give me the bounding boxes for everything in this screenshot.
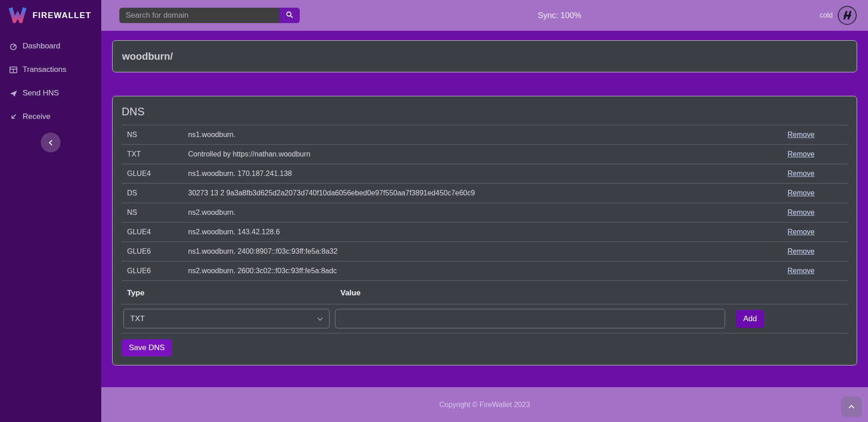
sidebar-item-send-hns[interactable]: Send HNS — [0, 81, 101, 105]
record-value: ns1.woodburn. 170.187.241.138 — [183, 164, 782, 184]
chevron-up-icon — [849, 405, 854, 411]
remove-link[interactable]: Remove — [788, 267, 815, 275]
sidebar-collapse-button[interactable] — [41, 133, 61, 152]
brand-name: FIREWALLET — [33, 11, 91, 20]
arrow-down-left-icon — [9, 113, 18, 121]
sidebar: FIREWALLET Dashboard Transactions Send H… — [0, 0, 101, 422]
record-type: GLUE4 — [122, 223, 183, 242]
topbar: Sync: 100% cold — [101, 0, 868, 31]
type-column-header: Type — [122, 281, 335, 304]
remove-link[interactable]: Remove — [788, 150, 815, 158]
table-icon — [9, 66, 18, 74]
copyright-text: Copyright © FireWallet 2023 — [439, 401, 530, 409]
footer: Copyright © FireWallet 2023 — [101, 387, 868, 422]
sidebar-item-label: Dashboard — [23, 42, 60, 51]
record-value: ns1.woodburn. 2400:8907::f03c:93ff:fe5a:… — [183, 242, 782, 261]
record-value: ns2.woodburn. — [183, 203, 782, 223]
search-input[interactable] — [119, 8, 279, 23]
record-value: ns1.woodburn. — [183, 125, 782, 145]
sidebar-item-label: Receive — [23, 112, 50, 121]
sidebar-nav: Dashboard Transactions Send HNS Receive — [0, 34, 101, 128]
domain-card: woodburn/ — [112, 40, 857, 72]
paper-plane-icon — [9, 89, 18, 98]
dns-record-row: GLUE4 ns1.woodburn. 170.187.241.138 Remo… — [122, 164, 848, 184]
firewallet-logo-icon — [8, 6, 27, 25]
remove-link[interactable]: Remove — [788, 131, 815, 138]
add-record-form: Type Value TXT — [122, 281, 848, 333]
value-column-header: Value — [335, 281, 731, 304]
remove-link[interactable]: Remove — [788, 209, 815, 216]
wallet-mode-label: cold — [820, 11, 833, 19]
record-type: GLUE6 — [122, 261, 183, 281]
sidebar-item-label: Transactions — [23, 65, 66, 74]
record-value-input[interactable] — [335, 309, 725, 328]
dns-record-row: GLUE6 ns1.woodburn. 2400:8907::f03c:93ff… — [122, 242, 848, 261]
remove-link[interactable]: Remove — [788, 189, 815, 197]
record-value: 30273 13 2 9a3a8fb3d625d2a2073d740f10da6… — [183, 184, 782, 203]
save-dns-button[interactable]: Save DNS — [122, 339, 172, 356]
dns-record-row: NS ns1.woodburn. Remove — [122, 125, 848, 145]
scroll-to-top-button[interactable] — [841, 397, 862, 417]
dns-record-row: DS 30273 13 2 9a3a8fb3d625d2a2073d740f10… — [122, 184, 848, 203]
record-type-select[interactable]: TXT — [123, 309, 330, 328]
chevron-down-icon — [317, 315, 322, 320]
add-record-button[interactable]: Add — [736, 310, 764, 328]
domain-search — [119, 8, 300, 23]
record-type: GLUE6 — [122, 242, 183, 261]
record-value: Controlled by https://nathan.woodburn — [183, 145, 782, 164]
record-type: NS — [122, 203, 183, 223]
record-type: GLUE4 — [122, 164, 183, 184]
main-column: Sync: 100% cold woodburn/ DNS — [101, 0, 868, 422]
gauge-icon — [9, 42, 18, 51]
dns-card: DNS NS ns1.woodburn. Remove TXT Controll… — [112, 96, 857, 365]
dns-records-table: NS ns1.woodburn. Remove TXT Controlled b… — [122, 125, 848, 281]
sync-status: Sync: 100% — [300, 11, 820, 20]
dns-record-row: TXT Controlled by https://nathan.woodbur… — [122, 145, 848, 164]
remove-link[interactable]: Remove — [788, 247, 815, 255]
sidebar-item-label: Send HNS — [23, 89, 59, 98]
record-value: ns2.woodburn. 2600:3c02::f03c:93ff:fe5a:… — [183, 261, 782, 281]
remove-link[interactable]: Remove — [788, 170, 815, 177]
app-window: FIREWALLET Dashboard Transactions Send H… — [0, 0, 868, 422]
sidebar-item-dashboard[interactable]: Dashboard — [0, 34, 101, 58]
record-type: DS — [122, 184, 183, 203]
dns-record-row: GLUE6 ns2.woodburn. 2600:3c02::f03c:93ff… — [122, 261, 848, 281]
remove-link[interactable]: Remove — [788, 228, 815, 236]
brand-link[interactable]: FIREWALLET — [0, 0, 101, 31]
record-type: TXT — [122, 145, 183, 164]
record-type: NS — [122, 125, 183, 145]
chevron-left-icon — [49, 140, 55, 146]
topbar-right: cold — [820, 5, 857, 25]
sidebar-item-transactions[interactable]: Transactions — [0, 58, 101, 81]
content-area: woodburn/ DNS NS ns1.woodburn. Remove TX… — [101, 31, 868, 387]
dns-record-row: GLUE4 ns2.woodburn. 143.42.128.6 Remove — [122, 223, 848, 242]
dns-record-row: NS ns2.woodburn. Remove — [122, 203, 848, 223]
search-button[interactable] — [279, 8, 300, 23]
record-value: ns2.woodburn. 143.42.128.6 — [183, 223, 782, 242]
domain-title: woodburn/ — [122, 51, 173, 62]
handshake-logo-icon[interactable] — [837, 5, 857, 25]
search-icon — [286, 11, 293, 20]
dns-card-title: DNS — [122, 96, 848, 125]
sidebar-item-receive[interactable]: Receive — [0, 105, 101, 128]
record-type-selected-value: TXT — [130, 314, 145, 323]
